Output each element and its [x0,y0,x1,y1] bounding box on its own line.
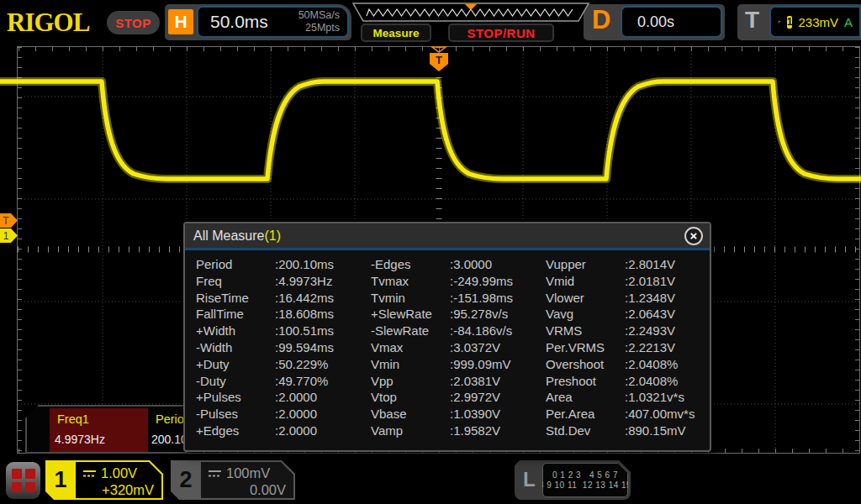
measure-row: Preshoot:2.0408% [535,374,710,391]
measure-value: :2.9972V [450,390,500,407]
measure-row: Tvmin:-151.98ms [360,291,535,307]
measure-label: -Edges [360,257,450,274]
measure-label: -SlewRate [360,323,450,340]
measure-row: Tvmax:-249.99ms [360,274,535,291]
measure-row: Std.Dev:890.15mV [535,423,710,440]
measure-value: :1.9582V [450,423,500,440]
delay-box: 0.00s [621,6,722,38]
measure-value: :2.0000 [275,407,317,423]
measure-row: Per.VRMS:2.2213V [535,340,710,357]
channel2-offset: 0.00V [201,481,293,498]
stop-run-button[interactable]: STOP/RUN [448,24,554,42]
measure-label: Overshoot [535,357,625,374]
measure-column-1: Period:200.10msFreq:4.9973HzRiseTime:16.… [185,257,360,449]
logic-channels-row2: 8 9 10 11 12 13 14 15 [539,480,631,491]
measure-value: :-84.186v/s [450,323,512,340]
close-icon[interactable]: × [684,227,703,245]
measure-label: Tvmax [360,274,450,291]
channel1-position-marker[interactable]: 1 [0,228,18,243]
trigger-level-value: 233mV [798,15,838,29]
measure-value: :3.0000 [450,257,492,274]
timebase-scale: 50.0ms [198,12,268,32]
trigger-settings-tab[interactable]: T 1 233mV A [737,4,861,40]
measure-label: -Duty [185,374,275,391]
measure-value: :1.0390V [450,407,500,423]
quick-measure-item-freq1[interactable]: Freq1 4.9973Hz [50,408,148,452]
horizontal-settings-tab[interactable]: H 50.0ms 50MSa/s 25Mpts [165,4,351,40]
channel2-status[interactable]: 2 100mV 0.00V [171,460,295,500]
measure-button[interactable]: Measure [361,24,431,42]
bottom-status-bar: 1 1.00V +320mV 2 100mV 0.00V [0,458,861,504]
measure-label: Period [185,257,275,274]
dc-coupling-icon [83,470,96,478]
svg-text:T: T [436,54,442,66]
menu-icon[interactable] [6,462,40,499]
measure-label: Vpp [360,374,450,391]
channel1-scale: 1.00V [101,465,137,481]
measure-label: Tvmin [360,291,450,307]
measure-label: +Width [185,323,275,340]
measure-label: Vamp [360,423,450,440]
measure-label: Freq [185,274,275,291]
measure-row: +Edges:2.0000 [185,423,360,440]
measure-value: :16.442ms [275,291,334,307]
measure-row: RiseTime:16.442ms [185,291,360,307]
top-status-bar: RIGOL STOP H 50.0ms 50MSa/s 25Mpts Measu… [0,0,861,44]
measure-label: Vmin [360,357,450,374]
measure-row: -SlewRate:-84.186v/s [360,323,535,340]
trigger-level-marker[interactable]: T [0,213,18,228]
logic-analyzer-status[interactable]: L 0 1 2 3 4 5 6 7 8 9 10 11 12 13 14 15 [515,460,631,500]
measure-value: :50.229% [275,357,328,374]
measure-value: :999.09mV [450,357,511,374]
measure-value: :2.2493V [625,323,675,340]
measure-label: VRMS [535,323,625,340]
measure-row: Freq:4.9973Hz [185,274,360,291]
measure-value: :200.10ms [275,257,334,274]
measure-value: :2.0408% [625,357,678,374]
trigger-box: 1 233mV A [769,6,861,38]
horizontal-badge: H [168,9,193,34]
channel1-status[interactable]: 1 1.00V +320mV [45,460,163,500]
measure-value: :1.2348V [625,291,675,307]
rigol-logo: RIGOL [7,8,89,38]
measure-value: :890.15mV [625,423,686,440]
measure-label: FallTime [185,307,275,323]
measure-value: :2.0408% [625,374,678,391]
measure-row: Vamp:1.9582V [360,423,535,440]
measure-row: Area:1.0321v*s [535,390,710,407]
memory-depth: 25Mpts [298,22,340,34]
measure-row: Period:200.10ms [185,257,360,274]
trigger-mode: A [844,15,853,29]
measure-label: Area [535,390,625,407]
measure-value: :2.8014V [625,257,675,274]
measure-row: -Duty:49.770% [185,374,360,391]
waveform-preview-strip[interactable] [346,2,595,24]
popup-title: All Measure [185,228,264,244]
measure-value: :407.00mv*s [625,407,695,423]
delay-settings-tab[interactable]: D 0.00s [584,4,725,40]
rising-edge-icon [778,15,781,29]
measure-label: -Pulses [185,407,275,423]
measure-value: :2.0181V [625,274,675,291]
measure-value: :18.608ms [275,307,334,323]
measure-label: -Width [185,340,275,357]
measure-label: Vavg [535,307,625,323]
measure-value: :2.0381V [450,374,500,391]
channel1-offset: +320mV [76,481,161,498]
menu-grid-icon [12,469,35,492]
measure-value: :4.9973Hz [275,274,332,291]
measure-label: Vlower [535,291,625,307]
svg-text:T: T [3,215,9,227]
delay-value: 0.00s [622,13,674,31]
quick-measure-tag: Freq1 4.9973Hz Period1 200.10ms [25,405,188,454]
trigger-source-badge: 1 [787,16,793,29]
channel1-number: 1 [45,460,76,500]
dc-coupling-icon [209,470,221,478]
run-state-indicator[interactable]: STOP [107,11,160,34]
measure-label: Std.Dev [535,423,625,440]
measure-label: Per.VRMS [535,340,625,357]
measure-column-2: -Edges:3.0000Tvmax:-249.99msTvmin:-151.9… [360,257,535,449]
measure-label: Vbase [360,407,450,423]
freq1-label: Freq1 [57,412,89,426]
measure-row: Overshoot:2.0408% [535,357,710,374]
